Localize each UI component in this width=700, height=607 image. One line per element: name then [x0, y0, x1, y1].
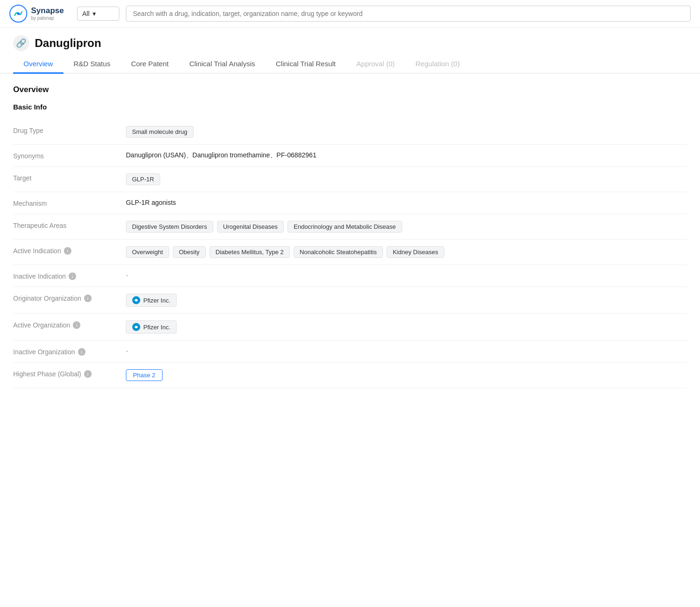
synonyms-text: Danuglipron (USAN)、Danuglipron trometham…: [126, 151, 316, 160]
row-synonyms: Synonyms Danuglipron (USAN)、Danuglipron …: [13, 145, 687, 167]
tab-clinical-trial-analysis[interactable]: Clinical Trial Analysis: [179, 55, 265, 74]
drug-header: 🔗 Danuglipron: [0, 28, 700, 55]
logo-synapse-label: Synapse: [31, 7, 64, 16]
value-drug-type: Small molecule drug: [126, 126, 687, 138]
value-originator-org: Pfizer Inc.: [126, 294, 687, 307]
tag-nash[interactable]: Nonalcoholic Steatohepatitis: [294, 246, 383, 258]
inactive-indication-dash: -: [126, 272, 128, 279]
search-type-dropdown[interactable]: All ▾: [77, 7, 119, 21]
label-originator-org: Originator Organization i: [13, 294, 117, 302]
label-target: Target: [13, 173, 117, 182]
logo-sub-label: by patsnap: [31, 16, 64, 21]
value-therapeutic-areas: Digestive System Disorders Urogenital Di…: [126, 221, 687, 233]
row-inactive-indication: Inactive Indication i -: [13, 265, 687, 287]
label-active-indication: Active Indication i: [13, 246, 117, 255]
label-mechanism: Mechanism: [13, 199, 117, 207]
section-title: Overview: [13, 85, 687, 94]
pill-icon: 🔗: [16, 38, 26, 48]
pfizer-logo-icon: [132, 296, 140, 304]
svg-point-1: [17, 12, 20, 15]
tag-kidney[interactable]: Kidney Diseases: [387, 246, 444, 258]
value-mechanism: GLP-1R agonists: [126, 199, 687, 206]
row-active-indication: Active Indication i Overweight Obesity D…: [13, 240, 687, 265]
row-drug-type: Drug Type Small molecule drug: [13, 119, 687, 145]
drug-title: Danuglipron: [35, 37, 101, 50]
info-icon-active-indication[interactable]: i: [64, 247, 71, 255]
sub-section-title: Basic Info: [13, 103, 687, 111]
tab-rd-status[interactable]: R&D Status: [63, 55, 121, 74]
value-inactive-indication: -: [126, 272, 687, 279]
value-inactive-org: -: [126, 347, 687, 355]
label-synonyms: Synonyms: [13, 151, 117, 160]
row-mechanism: Mechanism GLP-1R agonists: [13, 192, 687, 214]
pfizer-logo-icon-2: [132, 323, 140, 331]
mechanism-text: GLP-1R agonists: [126, 199, 176, 206]
row-inactive-org: Inactive Organization i -: [13, 341, 687, 363]
tag-urogenital[interactable]: Urogenital Diseases: [217, 221, 284, 233]
row-target: Target GLP-1R: [13, 167, 687, 192]
label-drug-type: Drug Type: [13, 126, 117, 134]
synapse-logo-icon: [9, 5, 27, 23]
info-icon-highest-phase[interactable]: i: [84, 370, 92, 378]
search-input[interactable]: [126, 6, 691, 22]
drug-icon: 🔗: [13, 35, 29, 51]
info-icon-active-org[interactable]: i: [73, 321, 80, 329]
info-icon-inactive-org[interactable]: i: [78, 348, 86, 356]
tag-obesity[interactable]: Obesity: [173, 246, 206, 258]
logo-area: Synapse by patsnap: [9, 5, 70, 23]
tab-regulation: Regulation (0): [405, 55, 470, 74]
row-therapeutic-areas: Therapeutic Areas Digestive System Disor…: [13, 214, 687, 240]
tab-overview[interactable]: Overview: [13, 55, 63, 74]
label-active-org: Active Organization i: [13, 320, 117, 329]
value-synonyms: Danuglipron (USAN)、Danuglipron trometham…: [126, 151, 687, 160]
tag-digestive[interactable]: Digestive System Disorders: [126, 221, 213, 233]
top-bar: Synapse by patsnap All ▾: [0, 0, 700, 28]
row-active-org: Active Organization i Pfizer Inc.: [13, 314, 687, 341]
tag-overweight[interactable]: Overweight: [126, 246, 169, 258]
row-originator-org: Originator Organization i Pfizer Inc.: [13, 287, 687, 314]
label-inactive-org: Inactive Organization i: [13, 347, 117, 356]
label-therapeutic-areas: Therapeutic Areas: [13, 221, 117, 229]
tag-pfizer-originator[interactable]: Pfizer Inc.: [126, 294, 177, 307]
svg-point-3: [135, 299, 138, 302]
main-content: Overview Basic Info Drug Type Small mole…: [0, 74, 700, 399]
svg-point-5: [135, 326, 138, 328]
tab-core-patent[interactable]: Core Patent: [121, 55, 179, 74]
info-icon-inactive-indication[interactable]: i: [69, 272, 76, 280]
tab-approval: Approval (0): [346, 55, 405, 74]
value-target: GLP-1R: [126, 173, 687, 185]
tag-pfizer-active[interactable]: Pfizer Inc.: [126, 320, 177, 334]
tag-small-molecule[interactable]: Small molecule drug: [126, 126, 194, 138]
dropdown-label: All: [82, 10, 90, 17]
tag-phase-2[interactable]: Phase 2: [126, 369, 163, 381]
value-active-org: Pfizer Inc.: [126, 320, 687, 334]
chevron-down-icon: ▾: [93, 10, 96, 17]
label-inactive-indication: Inactive Indication i: [13, 272, 117, 280]
value-active-indication: Overweight Obesity Diabetes Mellitus, Ty…: [126, 246, 687, 258]
tag-diabetes[interactable]: Diabetes Mellitus, Type 2: [210, 246, 290, 258]
tag-endocrinology[interactable]: Endocrinology and Metabolic Disease: [288, 221, 402, 233]
nav-tabs: Overview R&D Status Core Patent Clinical…: [0, 55, 700, 74]
logo-text: Synapse by patsnap: [31, 7, 64, 21]
tab-clinical-trial-result[interactable]: Clinical Trial Result: [265, 55, 346, 74]
tag-glp1r[interactable]: GLP-1R: [126, 173, 160, 185]
inactive-org-dash: -: [126, 347, 128, 355]
info-icon-originator-org[interactable]: i: [84, 295, 92, 302]
label-highest-phase: Highest Phase (Global) i: [13, 369, 117, 378]
value-highest-phase: Phase 2: [126, 369, 687, 381]
row-highest-phase: Highest Phase (Global) i Phase 2: [13, 363, 687, 388]
